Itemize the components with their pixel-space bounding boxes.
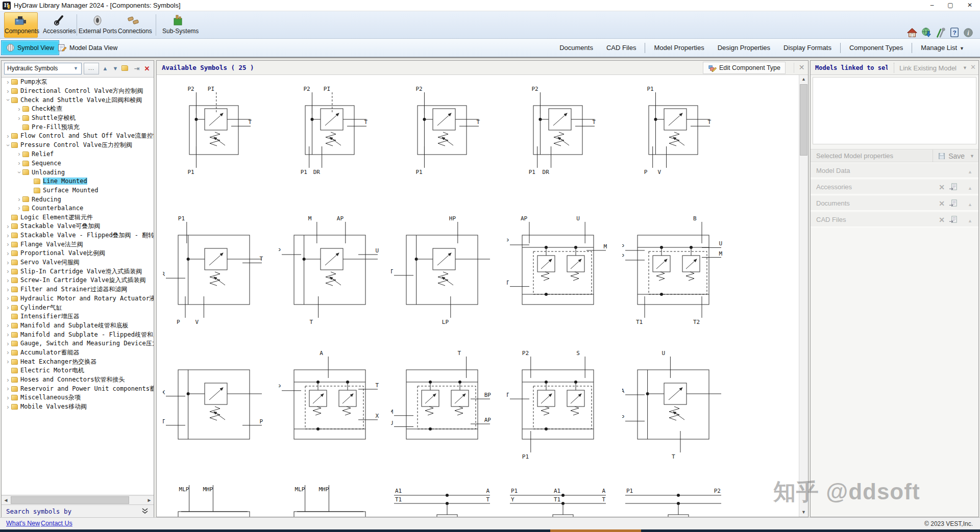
remove-icon[interactable]: ✕ bbox=[939, 183, 945, 192]
tree-item-check[interactable]: ›Check检查 bbox=[2, 105, 154, 114]
panel-close-icon[interactable]: ✕ bbox=[970, 63, 976, 71]
chevron-right-icon[interactable]: › bbox=[16, 151, 22, 157]
add-list-icon[interactable] bbox=[949, 183, 958, 191]
symbol-cell[interactable]: P2PITP1DR bbox=[279, 77, 381, 195]
symbol-cell[interactable]: P1YA1T1AT bbox=[507, 483, 609, 517]
chevron-down-icon[interactable]: › bbox=[5, 97, 11, 104]
chevron-right-icon[interactable]: › bbox=[16, 106, 22, 112]
chevron-right-icon[interactable]: › bbox=[5, 250, 11, 257]
ribbon-button-connections[interactable]: Connections bbox=[117, 12, 150, 38]
sidebar-horizontal-scrollbar[interactable]: ◄ ► bbox=[2, 495, 154, 504]
collapse-icon[interactable]: ▲ bbox=[968, 215, 972, 224]
collapse-icon[interactable]: ▲ bbox=[968, 183, 972, 192]
chevron-right-icon[interactable]: › bbox=[5, 341, 11, 347]
symbol-cell[interactable]: A1T1AT bbox=[391, 483, 493, 517]
symbol-cell[interactable]: BAPBPUMT1T2 bbox=[622, 214, 724, 332]
tree-item-pre-fill[interactable]: Pre-Fill预填充 bbox=[2, 122, 154, 132]
section-row-model-data[interactable]: Model Data▲ bbox=[811, 163, 978, 179]
symbol-cell[interactable]: UAPT bbox=[622, 348, 724, 467]
section-row-documents[interactable]: Documents✕▲ bbox=[811, 196, 978, 211]
tree-item-mobile-valves[interactable]: ›Mobile Valves移动阀 bbox=[2, 402, 154, 412]
tree-item-hydraulic-motor-and-rotary-actuator[interactable]: ›Hydraulic Motor and Rotary Actuator液压马达 bbox=[2, 294, 154, 303]
chevron-right-icon[interactable]: › bbox=[5, 377, 11, 383]
move-up-icon[interactable]: ▲ bbox=[101, 65, 109, 71]
chevron-right-icon[interactable]: › bbox=[5, 241, 11, 247]
chevron-right-icon[interactable]: › bbox=[5, 233, 11, 239]
symbol-cell[interactable]: APTX bbox=[279, 348, 381, 467]
symbols-vertical-scrollbar[interactable]: ▲ ▼ bbox=[799, 75, 808, 517]
chevron-right-icon[interactable]: › bbox=[5, 133, 11, 139]
tree-item-electric-motor[interactable]: Electric Motor电机 bbox=[2, 366, 154, 375]
maximize-button[interactable]: ▢ bbox=[941, 0, 960, 11]
tree-item-shuttle[interactable]: ›Shuttle穿梭机 bbox=[2, 114, 154, 123]
tab-model-data-view[interactable]: Model Data View bbox=[53, 40, 122, 55]
chevron-right-icon[interactable]: › bbox=[5, 295, 11, 301]
tree-item-reducing[interactable]: ›Reducing bbox=[2, 195, 154, 204]
web-icon[interactable] bbox=[921, 27, 933, 39]
chevron-right-icon[interactable]: › bbox=[16, 115, 22, 121]
tree-item-check-and-shuttle-valve[interactable]: ›Check and Shuttle Valve止回阀和梭阀 bbox=[2, 95, 154, 105]
minimize-button[interactable]: – bbox=[923, 0, 941, 11]
rename-icon[interactable]: ⇥ bbox=[133, 65, 141, 72]
toolbar-link-documents[interactable]: Documents bbox=[553, 44, 600, 52]
tree-item-sequence[interactable]: ›Sequence bbox=[2, 159, 154, 168]
new-folder-icon[interactable] bbox=[121, 64, 131, 73]
tree-item-manifold-and-subplate-flipped[interactable]: ›Manifold and Subplate - Flipped歧管和底板 bbox=[2, 330, 154, 339]
tree-item-logic-element[interactable]: Logic Element逻辑元件 bbox=[2, 213, 154, 222]
symbol-cell[interactable]: HPTLP bbox=[391, 214, 493, 332]
tree-item-proportional-valve[interactable]: ›Proportional Valve比例阀 bbox=[2, 249, 154, 258]
symbol-cell[interactable]: P1P2 bbox=[622, 483, 724, 517]
tree-item-relief[interactable]: ›Relief bbox=[2, 150, 154, 159]
search-symbols-bar[interactable]: Search symbols by bbox=[2, 504, 154, 517]
tree-item-pressure-control-valve[interactable]: ›Pressure Control Valve压力控制阀 bbox=[2, 141, 154, 150]
ribbon-button-components[interactable]: Components bbox=[4, 12, 38, 38]
scroll-right-icon[interactable]: ► bbox=[145, 496, 154, 504]
remove-icon[interactable]: ✕ bbox=[939, 199, 945, 208]
toolbar-link-manage-list[interactable]: Manage List▼ bbox=[914, 44, 971, 52]
chevron-right-icon[interactable]: › bbox=[5, 305, 11, 311]
section-row-cad-files[interactable]: CAD Files✕▲ bbox=[811, 212, 978, 227]
toolbar-link-cad-files[interactable]: CAD Files bbox=[600, 44, 643, 52]
home-icon[interactable] bbox=[906, 27, 919, 39]
symbol-cell[interactable]: MLPMHP bbox=[163, 483, 265, 517]
tree-item-cylinder[interactable]: ›Cylinder气缸 bbox=[2, 303, 154, 312]
chevron-right-icon[interactable]: › bbox=[5, 349, 11, 356]
toolbar-link-design-properties[interactable]: Design Properties bbox=[711, 44, 777, 52]
tree-item-surface-mounted[interactable]: Surface Mounted bbox=[2, 186, 154, 195]
chevron-right-icon[interactable]: › bbox=[5, 260, 11, 266]
tree-item-pump[interactable]: ›Pump水泵 bbox=[2, 78, 154, 87]
status-link-what-s-new[interactable]: What's New bbox=[6, 520, 40, 527]
tree-item-stackable-valve[interactable]: ›Stackable Valve可叠加阀 bbox=[2, 222, 154, 231]
close-button[interactable]: ✕ bbox=[961, 0, 979, 11]
scroll-left-icon[interactable]: ◄ bbox=[2, 496, 10, 504]
tree-item-flange-valve[interactable]: ›Flange Valve法兰阀 bbox=[2, 240, 154, 249]
help-icon[interactable]: ? bbox=[949, 27, 962, 39]
toolbar-link-model-properties[interactable]: Model Properties bbox=[647, 44, 710, 52]
tree-item-heat-exchanger[interactable]: ›Heat Exchanger热交换器 bbox=[2, 357, 154, 366]
section-row-accessories[interactable]: Accessories✕▲ bbox=[811, 180, 978, 195]
chevron-right-icon[interactable]: › bbox=[5, 359, 11, 365]
scroll-up-icon[interactable]: ▲ bbox=[799, 75, 808, 84]
chevron-right-icon[interactable]: › bbox=[16, 196, 22, 202]
expand-search-icon[interactable] bbox=[141, 508, 149, 515]
move-down-icon[interactable]: ▼ bbox=[111, 65, 119, 71]
browse-button[interactable]: ... bbox=[84, 63, 99, 74]
collapse-icon[interactable]: ▲ bbox=[968, 166, 972, 175]
chevron-right-icon[interactable]: › bbox=[5, 268, 11, 274]
tree-item-counterbalance[interactable]: ›Counterbalance bbox=[2, 204, 154, 213]
tree-item-servo-valve[interactable]: ›Servo Valve伺服阀 bbox=[2, 258, 154, 267]
status-link-contact-us[interactable]: Contact Us bbox=[41, 520, 72, 527]
toolbar-link-component-types[interactable]: Component Types bbox=[843, 44, 910, 52]
collapse-icon[interactable]: ▲ bbox=[968, 199, 972, 208]
tree-item-miscellaneous[interactable]: ›Miscellaneous杂项 bbox=[2, 393, 154, 402]
chevron-right-icon[interactable]: › bbox=[5, 395, 11, 401]
tree-item-flow-control-and-shut-off-valve[interactable]: ›Flow Control and Shut Off Valve流量控制和截 bbox=[2, 132, 154, 141]
chevron-down-icon[interactable]: › bbox=[16, 169, 22, 175]
ribbon-button-external-ports[interactable]: External Ports bbox=[78, 12, 116, 38]
tree-item-filter-and-strainer[interactable]: ›Filter and Strainer过滤器和滤网 bbox=[2, 285, 154, 294]
tree-item-directional-control-valve[interactable]: ›Directional Control Valve方向控制阀 bbox=[2, 87, 154, 96]
symbol-cell[interactable]: P1TPV bbox=[622, 77, 724, 195]
scrollbar-thumb[interactable] bbox=[11, 496, 129, 504]
link-existing-model-button[interactable]: Link Existing Model ▼ bbox=[894, 63, 967, 73]
add-list-icon[interactable] bbox=[949, 199, 958, 208]
